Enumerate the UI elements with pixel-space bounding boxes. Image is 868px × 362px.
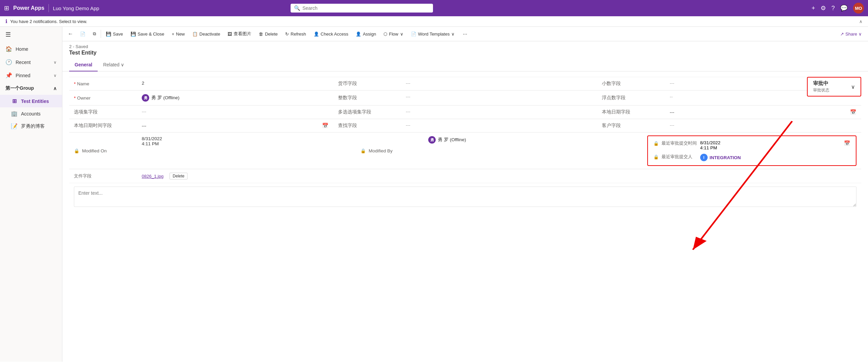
word-templates-button[interactable]: 📄 Word Templates ∨ [408,29,458,39]
sidebar-group-header[interactable]: 第一个Group ∧ [0,82,62,95]
share-button[interactable]: ↗ Share ∨ [837,29,865,39]
settings-icon[interactable]: ⚙ [821,4,826,12]
save-close-label: Save & Close [138,31,164,37]
form-section-row3: 选项集字段 --- 多选选项集字段 --- 本地日期字段 --- 📅 [69,105,861,119]
saved-label: - Saved [73,44,88,49]
delete-button[interactable]: 🗑 Delete [255,29,281,39]
new-icon: + [172,31,174,37]
duplicate-button[interactable]: ⧉ [90,29,99,39]
new-label: New [176,31,185,37]
status-badge-chevron-icon: ∨ [851,84,855,90]
help-icon[interactable]: ? [831,5,835,12]
top-nav: ⊞ Power Apps Luo Yong Demo App 🔍 + ⚙ ? 💬… [0,0,868,16]
local-date-calendar-icon[interactable]: 📅 [850,109,856,115]
save-button[interactable]: 💾 Save [102,29,126,39]
record-view-button[interactable]: 📄 [77,29,89,39]
field-multi-choice-label: 多选选项集字段 [333,106,401,119]
sidebar-accounts-label: Accounts [21,111,41,116]
sidebar-item-blog[interactable]: 📝 罗勇的博客 [0,120,62,132]
notification-text[interactable]: You have 2 notifications. Select to view… [10,19,87,24]
pinned-chevron-icon: ∨ [54,73,57,78]
deactivate-label: Deactivate [199,31,220,37]
file-delete-button[interactable]: Delete [170,173,188,179]
sidebar-menu-icon[interactable]: ☰ [0,27,62,42]
assign-button[interactable]: 👤 Assign [352,29,379,39]
add-icon[interactable]: + [811,5,815,12]
field-owner-value[interactable]: 勇 勇 罗 (Offline) [137,91,333,105]
sidebar-item-pinned[interactable]: 📌 Pinned ∨ [0,69,62,82]
field-customer-value: --- [665,119,861,132]
assign-label: Assign [363,31,376,37]
flow-label: Flow [389,31,398,37]
required-star: * [74,81,76,86]
required-star-owner: * [74,95,76,101]
sidebar-item-test-entities[interactable]: ⊞ Test Entities [0,95,62,107]
field-modified-by-value: 勇 勇 罗 (Offline) [423,133,642,169]
avatar[interactable]: MO [853,3,864,14]
approval-by-row: 🔒 最近审批提交人 I INTEGRATION [653,154,850,161]
approval-time: 4:11 PM [700,145,721,150]
field-currency-value: --- [401,77,597,90]
status-badge[interactable]: 审批中 审批状态 ∨ [807,77,861,97]
file-link[interactable]: 0826_1.jpg [142,174,163,179]
sidebar-recent-label: Recent [16,60,50,65]
more-button[interactable]: ⋯ [459,29,471,39]
field-local-date-value[interactable]: --- 📅 [665,106,861,119]
modified-on-time: 4:11 PM [142,141,351,146]
check-access-icon: 👤 [314,31,319,37]
approval-calendar-icon[interactable]: 📅 [844,140,850,146]
field-choice-label: 选项集字段 [69,106,137,119]
owner-avatar: 勇 [142,94,149,102]
modified-on-date: 8/31/2022 [142,136,351,141]
lock-icon-modified-by: 🔒 [360,148,366,153]
sidebar-item-home[interactable]: 🏠 Home [0,42,62,56]
app-name: Luo Yong Demo App [53,5,99,11]
back-button[interactable]: ← [65,29,76,39]
field-name-value[interactable]: 2 [137,77,333,90]
form-section-row2: * Owner 勇 勇 罗 (Offline) 整数字段 --- 浮点数字段 -… [69,90,861,105]
sidebar-home-label: Home [16,46,57,52]
approval-box-cell: 🔒 最近审批提交时间 8/31/2022 4:11 PM 📅 🔒 [643,133,861,169]
approval-time-row: 🔒 最近审批提交时间 8/31/2022 4:11 PM 📅 [653,140,850,150]
tab-related[interactable]: Related ∨ [98,59,130,71]
word-templates-label: Word Templates [418,31,450,37]
refresh-icon: ↻ [285,31,289,37]
refresh-button[interactable]: ↻ Refresh [282,29,310,39]
tab-general[interactable]: General [69,59,98,71]
text-area-input[interactable] [74,187,856,207]
status-badge-sublabel: 审批状态 [813,87,829,93]
form-entity-name: Test Entity [69,50,861,56]
save-label: Save [113,31,123,37]
field-name-label: * Name [69,77,137,90]
datetime-calendar-icon[interactable]: 📅 [322,123,329,129]
apps-icon[interactable]: ⊞ [4,4,9,12]
notification-collapse-icon[interactable]: ∧ [859,19,863,24]
new-button[interactable]: + New [168,29,188,39]
sidebar-item-recent[interactable]: 🕐 Recent ∨ [0,56,62,69]
deactivate-button[interactable]: 📋 Deactivate [189,29,223,39]
nav-separator [48,4,49,12]
toolbar-separator-1 [101,30,101,38]
image-label: 查看图片 [234,31,251,37]
form-header: 2 - Saved Test Entity [62,41,868,59]
flow-button[interactable]: ⬡ Flow ∨ [380,29,407,39]
record-icon: 📄 [80,31,85,37]
search-bar[interactable]: 🔍 [291,4,433,13]
chat-icon[interactable]: 💬 [840,4,848,12]
field-customer-label: 客户字段 [597,119,665,132]
sidebar: ☰ 🏠 Home 🕐 Recent ∨ 📌 Pinned ∨ 第一个Group … [0,27,62,362]
save-close-button[interactable]: 💾 Save & Close [127,29,168,39]
deactivate-icon: 📋 [192,31,198,37]
status-badge-info: 审批中 审批状态 [813,80,829,93]
search-input[interactable] [302,5,430,11]
check-access-button[interactable]: 👤 Check Access [310,29,352,39]
sidebar-item-accounts[interactable]: 🏢 Accounts [0,107,62,120]
tab-related-label: Related [103,62,119,67]
form-section-row1: * Name 2 货币字段 --- 小数字段 --- [69,77,861,90]
field-integer-label: 整数字段 [333,91,401,105]
file-field-label: 文件字段 [74,173,138,179]
image-button[interactable]: 🖼 查看图片 [224,29,255,39]
field-datetime-value[interactable]: --- 📅 [137,119,333,132]
field-small-number-label: 小数字段 [597,77,665,90]
lock-icon-modified-on: 🔒 [74,148,79,153]
